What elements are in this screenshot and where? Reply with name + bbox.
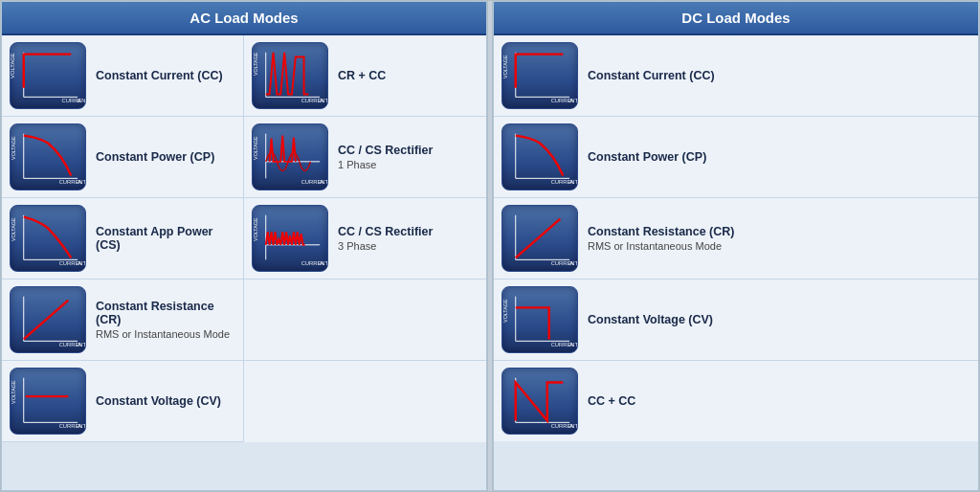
ac-mode-rect1-label: CC / CS Rectifier 1 Phase <box>338 144 433 170</box>
graph-crcc: A CURRENT VOLTAGE <box>252 42 328 109</box>
ac-mode-crcc: A CURRENT VOLTAGE CR + CC <box>244 35 486 117</box>
ac-header: AC Load Modes <box>2 2 486 35</box>
svg-text:CURRENT: CURRENT <box>59 260 85 266</box>
graph-cp: VOLTAGE A CURRENT <box>10 123 86 190</box>
dc-graph-cccc: A CURRENT <box>501 368 578 435</box>
svg-text:VOLTAGE: VOLTAGE <box>253 136 258 160</box>
dc-mode-cccc-label: CC + CC <box>588 394 635 408</box>
ac-empty-2 <box>244 361 486 442</box>
ac-empty-1 <box>244 280 486 361</box>
svg-text:VOLTAGE: VOLTAGE <box>253 217 258 241</box>
dc-graph-cr: A CURRENT <box>501 205 578 272</box>
svg-text:CURRENT: CURRENT <box>62 98 85 103</box>
ac-mode-cs: VOLTAGE A CURRENT Constant App Power (CS… <box>2 198 244 280</box>
graph-cv: VOLTAGE A CURRENT <box>10 368 86 435</box>
graph-cr: A CURRENT <box>10 286 86 353</box>
ac-mode-cr: A CURRENT Constant Resistance (CR) RMS o… <box>2 280 244 361</box>
svg-text:CURRENT: CURRENT <box>551 342 577 347</box>
graph-rect1: VOLTAGE A CURRENT <box>252 123 328 190</box>
dc-mode-cv: VOLTAGE A CURRENT Constant Voltage (CV) <box>494 280 978 361</box>
svg-text:VOLTAGE: VOLTAGE <box>502 299 508 323</box>
svg-text:VOLTAGE: VOLTAGE <box>11 53 15 78</box>
ac-mode-cp-label: Constant Power (CP) <box>96 150 214 164</box>
dc-mode-cp: A CURRENT Constant Power (CP) <box>494 117 978 198</box>
svg-text:CURRENT: CURRENT <box>59 342 85 347</box>
main-container: AC Load Modes VOLTAGE A CURRENT Constant… <box>0 0 980 492</box>
svg-text:VOLTAGE: VOLTAGE <box>11 380 16 404</box>
svg-text:CURRENT: CURRENT <box>301 98 327 103</box>
ac-mode-rect1: VOLTAGE A CURRENT CC / CS Rectifier 1 Ph… <box>244 117 486 198</box>
graph-cc: VOLTAGE A CURRENT <box>10 42 86 109</box>
ac-mode-crcc-label: CR + CC <box>338 69 386 82</box>
dc-mode-cv-label: Constant Voltage (CV) <box>588 313 713 326</box>
dc-mode-cr-label: Constant Resistance (CR) RMS or Instanta… <box>588 225 735 252</box>
ac-mode-cs-label: Constant App Power (CS) <box>96 225 235 252</box>
svg-text:CURRENT: CURRENT <box>551 260 577 266</box>
dc-body: VOLTAGE A CURRENT Constant Current (CC) <box>494 35 978 441</box>
svg-text:VOLTAGE: VOLTAGE <box>11 136 16 160</box>
ac-section: AC Load Modes VOLTAGE A CURRENT Constant… <box>1 1 487 491</box>
dc-graph-cc: VOLTAGE A CURRENT <box>501 42 578 109</box>
ac-body: VOLTAGE A CURRENT Constant Current (CC) … <box>2 35 486 442</box>
svg-line-34 <box>24 301 69 340</box>
dc-mode-cc: VOLTAGE A CURRENT Constant Current (CC) <box>494 35 978 117</box>
svg-text:CURRENT: CURRENT <box>551 98 577 103</box>
svg-text:VOLTAGE: VOLTAGE <box>502 55 508 78</box>
svg-text:CURRENT: CURRENT <box>59 179 85 185</box>
ac-mode-rect3-label: CC / CS Rectifier 3 Phase <box>338 225 433 252</box>
svg-text:CURRENT: CURRENT <box>59 423 85 429</box>
svg-text:VOLTAGE: VOLTAGE <box>253 52 258 76</box>
svg-text:CURRENT: CURRENT <box>301 260 327 266</box>
svg-text:CURRENT: CURRENT <box>551 179 577 185</box>
dc-mode-cccc: A CURRENT CC + CC <box>494 361 978 441</box>
graph-cs: VOLTAGE A CURRENT <box>10 205 86 272</box>
ac-mode-rect3: VOLTAGE A CURRENT CC / CS Rectifier 3 Ph… <box>244 198 486 280</box>
ac-mode-cc: VOLTAGE A CURRENT Constant Current (CC) <box>2 35 244 117</box>
svg-text:CURRENT: CURRENT <box>301 179 327 185</box>
dc-mode-cr: A CURRENT Constant Resistance (CR) RMS o… <box>494 198 978 280</box>
ac-mode-cr-label: Constant Resistance (CR) RMS or Instanta… <box>96 300 235 340</box>
dc-graph-cp: A CURRENT <box>501 123 578 190</box>
ac-mode-cv-label: Constant Voltage (CV) <box>96 394 221 408</box>
dc-mode-cc-label: Constant Current (CC) <box>588 69 715 82</box>
dc-section: DC Load Modes VOLTAGE A CURRENT Constant… <box>493 1 979 491</box>
svg-line-54 <box>516 219 561 258</box>
ac-mode-cp: VOLTAGE A CURRENT Constant Power (CP) <box>2 117 244 198</box>
ac-mode-cv: VOLTAGE A CURRENT Constant Voltage (CV) <box>2 361 244 442</box>
svg-text:VOLTAGE: VOLTAGE <box>11 217 16 241</box>
ac-mode-cc-label: Constant Current (CC) <box>96 69 223 82</box>
dc-mode-cp-label: Constant Power (CP) <box>588 150 706 164</box>
svg-text:CURRENT: CURRENT <box>551 423 577 429</box>
dc-header: DC Load Modes <box>494 2 978 35</box>
graph-rect3: VOLTAGE A CURRENT <box>252 205 328 272</box>
dc-graph-cv: VOLTAGE A CURRENT <box>501 286 578 353</box>
